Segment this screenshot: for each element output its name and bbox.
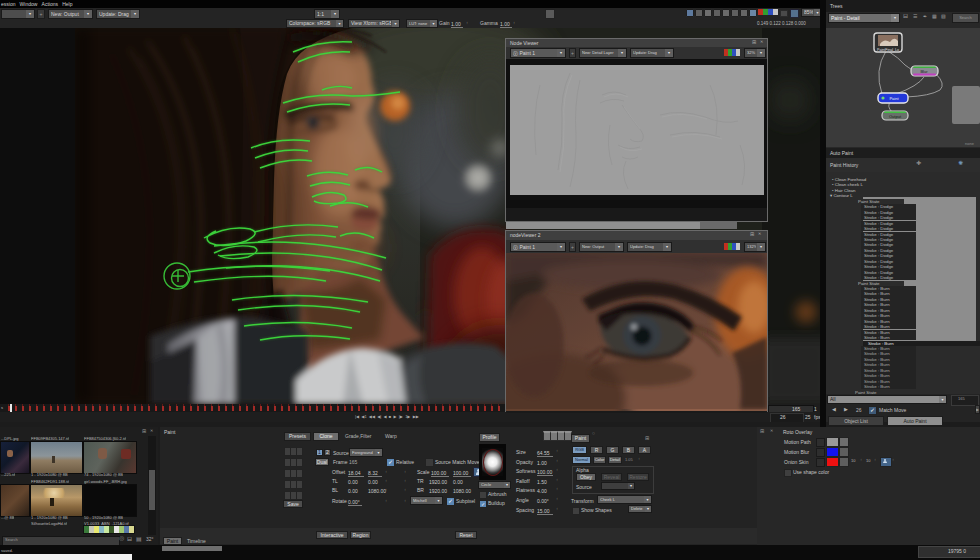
svg-text:Blur: Blur	[920, 69, 928, 74]
svg-text:Paint: Paint	[889, 96, 899, 101]
svg-text:Output: Output	[889, 114, 902, 119]
svg-text:PaintFinal_Lo: PaintFinal_Lo	[877, 48, 899, 52]
